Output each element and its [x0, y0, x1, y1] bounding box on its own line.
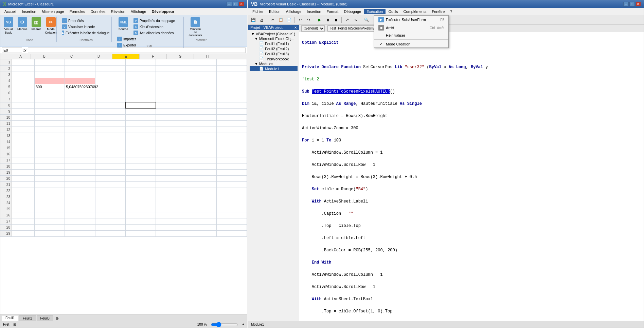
cell-22-4[interactable] [125, 188, 156, 194]
cell-9-5[interactable] [156, 108, 186, 114]
ribbon-proprietes-btn[interactable]: P Propriétés [61, 18, 109, 23]
cell-15-4[interactable] [125, 145, 156, 151]
cell-16-5[interactable] [156, 151, 186, 157]
vba-toolbar-pause[interactable]: ⏸ [324, 16, 332, 24]
cell-25-7[interactable] [216, 206, 247, 212]
cell-9-4[interactable] [125, 108, 156, 114]
cell-28-0[interactable] [12, 224, 34, 230]
cell-10-2[interactable] [65, 114, 95, 120]
vba-menu-affichage[interactable]: Affichage [283, 9, 304, 14]
cell-14-6[interactable] [186, 139, 216, 145]
row-header-19[interactable]: 19 [0, 169, 12, 175]
vba-toolbar-run[interactable]: ▶ [316, 16, 323, 24]
cell-10-5[interactable] [156, 114, 186, 120]
cell-10-0[interactable] [12, 114, 34, 120]
cell-11-2[interactable] [65, 120, 95, 127]
cell-6-7[interactable] [216, 90, 247, 96]
cell-22-7[interactable] [216, 188, 247, 194]
cell-11-5[interactable] [156, 120, 186, 127]
cell-1-7[interactable] [216, 59, 247, 65]
tree-feuil2[interactable]: 📄 Feuil2 (Feuil2) [250, 46, 298, 51]
dropdown-arret[interactable]: ⏹ Arrêt Ctrl+Arrêt [374, 24, 448, 32]
cell-7-6[interactable] [186, 96, 216, 102]
cell-21-4[interactable] [125, 181, 156, 188]
ribbon-proprietes-mappage-btn[interactable]: P Propriétés du mappage [132, 18, 176, 23]
project-panel-close[interactable]: ✕ [294, 26, 297, 30]
dropdown-reinitialiser[interactable]: Réinitialiser [374, 32, 448, 39]
row-header-20[interactable]: 20 [0, 175, 12, 181]
cell-10-3[interactable] [95, 114, 125, 120]
cell-13-2[interactable] [65, 133, 95, 139]
menu-mise-en-page[interactable]: Mise en page [39, 9, 67, 14]
cell-11-7[interactable] [216, 120, 247, 127]
cell-22-1[interactable] [34, 188, 65, 194]
cell-23-0[interactable] [12, 194, 34, 200]
cell-2-0[interactable] [12, 65, 34, 72]
cell-8-2[interactable] [65, 102, 95, 108]
cell-19-5[interactable] [156, 169, 186, 175]
cell-15-5[interactable] [156, 145, 186, 151]
cell-13-3[interactable] [95, 133, 125, 139]
col-header-c[interactable]: C [58, 54, 85, 59]
cell-20-2[interactable] [65, 175, 95, 181]
cell-9-1[interactable] [34, 108, 65, 114]
cell-11-6[interactable] [186, 120, 216, 127]
cell-29-2[interactable] [65, 230, 95, 236]
cell-21-6[interactable] [186, 181, 216, 188]
cell-20-0[interactable] [12, 175, 34, 181]
zoom-slider[interactable] [211, 322, 238, 327]
cell-8-0[interactable] [12, 102, 34, 108]
tree-modules[interactable]: ▼ Modules [250, 61, 298, 66]
cell-2-3[interactable] [95, 65, 125, 72]
menu-developpeur[interactable]: Développeur [149, 9, 177, 14]
menu-accueil[interactable]: Accueil [2, 9, 19, 14]
vba-menu-fenetre[interactable]: Fenêtre [429, 9, 447, 14]
cell-18-5[interactable] [156, 163, 186, 169]
cell-24-2[interactable] [65, 200, 95, 206]
cell-5-4[interactable] [125, 84, 156, 90]
cell-1-1[interactable] [34, 59, 65, 65]
cell-19-3[interactable] [95, 169, 125, 175]
cell-22-5[interactable] [156, 188, 186, 194]
cell-5-3[interactable] [95, 84, 125, 90]
ribbon-mode-creation-btn[interactable]: ✏ ModeCréation [44, 17, 58, 35]
cell-29-4[interactable] [125, 230, 156, 236]
cell-4-7[interactable] [216, 78, 247, 84]
cell-5-0[interactable] [12, 84, 34, 90]
row-header-15[interactable]: 15 [0, 145, 12, 151]
cell-19-6[interactable] [186, 169, 216, 175]
excel-maximize-btn[interactable]: □ [233, 2, 238, 6]
cell-2-6[interactable] [186, 65, 216, 72]
excel-close-btn[interactable]: ✕ [239, 2, 244, 6]
cell-12-1[interactable] [34, 127, 65, 133]
cell-17-6[interactable] [186, 157, 216, 163]
cell-2-5[interactable] [156, 65, 186, 72]
vba-menu-help[interactable]: ? [447, 9, 455, 14]
cell-1-2[interactable] [65, 59, 95, 65]
cell-15-7[interactable] [216, 145, 247, 151]
menu-formules[interactable]: Formules [67, 9, 88, 14]
row-header-24[interactable]: 24 [0, 200, 12, 206]
menu-revision[interactable]: Révision [108, 9, 128, 14]
cell-29-5[interactable] [156, 230, 186, 236]
cell-24-4[interactable] [125, 200, 156, 206]
cell-4-6[interactable] [186, 78, 216, 84]
vba-minimize-btn[interactable]: ─ [623, 2, 629, 6]
vba-toolbar-stop[interactable]: ⏹ [332, 16, 340, 24]
cell-25-0[interactable] [12, 206, 34, 212]
dropdown-mode-creation[interactable]: ✓ Mode Création [374, 40, 448, 47]
tree-feuil3[interactable]: 📄 Feuil3 (Feuil3) [250, 51, 298, 56]
cell-26-5[interactable] [156, 212, 186, 218]
row-header-23[interactable]: 23 [0, 194, 12, 200]
cell-13-6[interactable] [186, 133, 216, 139]
cell-13-5[interactable] [156, 133, 186, 139]
cell-24-5[interactable] [156, 200, 186, 206]
cell-18-2[interactable] [65, 163, 95, 169]
cell-20-4[interactable] [125, 175, 156, 181]
dropdown-executer-sub[interactable]: ▶ Exécuter Sub/UserForm F5 [374, 16, 448, 24]
cell-15-6[interactable] [186, 145, 216, 151]
cell-18-3[interactable] [95, 163, 125, 169]
vba-maximize-btn[interactable]: □ [629, 2, 635, 6]
cell-3-6[interactable] [186, 72, 216, 78]
cell-9-6[interactable] [186, 108, 216, 114]
